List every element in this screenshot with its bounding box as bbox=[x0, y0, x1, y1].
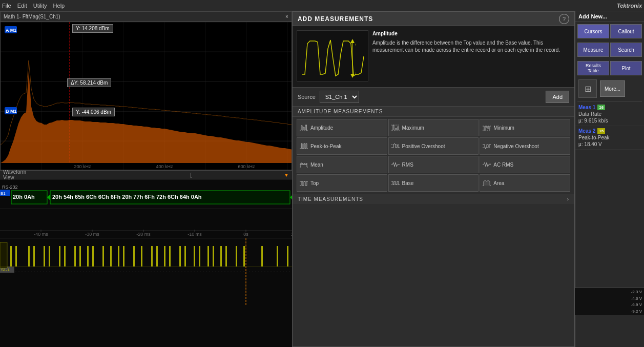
source-select[interactable]: S1_Ch 1 Ch 1 Ch 2 Math 1 bbox=[320, 91, 359, 103]
add-measurements-panel: ADD MEASUREMENTS ? ↑ ↓ Amplitude Ampl bbox=[292, 11, 575, 347]
minimum-button[interactable]: Minimum bbox=[480, 119, 570, 136]
svg-text:20h 54h 65h 6Ch 6Ch 6Fh 20h 77: 20h 54h 65h 6Ch 6Ch 6Fh 20h 77h 6Fh 72h … bbox=[52, 194, 202, 200]
voltage-scale: -2.3 V -4.6 V -6.9 V -9.2 V bbox=[575, 288, 644, 315]
svg-rect-49 bbox=[10, 246, 12, 267]
results-plot-row: ResultsTable Plot bbox=[575, 59, 644, 77]
peak-to-peak-button[interactable]: Peak-to-Peak bbox=[297, 137, 387, 155]
rms-button[interactable]: RMS bbox=[388, 156, 479, 173]
cursor-delta-label: ΔY: 58.214 dBm bbox=[67, 78, 111, 87]
add-measurements-help-button[interactable]: ? bbox=[559, 14, 569, 24]
svg-rect-76 bbox=[213, 246, 214, 267]
negative-overshoot-icon bbox=[482, 142, 491, 150]
measurement-2-label: Meas 2 15 bbox=[578, 128, 641, 134]
svg-text:↑: ↑ bbox=[355, 43, 357, 47]
time-measurements-bar[interactable]: TIME MEASUREMENTS › bbox=[293, 194, 574, 204]
minimum-icon bbox=[482, 124, 491, 132]
fft-canvas: 200 kHz 400 kHz 600 kHz 800 kHz A M1 bbox=[1, 22, 292, 170]
amplitude-desc-text: Amplitude is the difference between the … bbox=[372, 40, 560, 53]
ac-rms-button[interactable]: ~ AC RMS bbox=[480, 156, 570, 173]
more-button[interactable]: More... bbox=[600, 80, 625, 97]
svg-text:S1-1: S1-1 bbox=[1, 268, 10, 272]
amp-waveform-svg: ↑ ↓ bbox=[297, 31, 369, 82]
svg-rect-50 bbox=[15, 246, 17, 267]
bus-panel: RS-232 B1 20h 0Ah 20h 54h 65h 6Ch 6Ch 6F… bbox=[0, 179, 292, 238]
measurements-grid: Amplitude Maximum Minimum bbox=[293, 117, 574, 194]
amplitude-button[interactable]: Amplitude bbox=[297, 119, 387, 136]
top-button[interactable]: Top bbox=[297, 174, 387, 192]
mean-button[interactable]: Mean bbox=[297, 156, 387, 173]
area-icon bbox=[482, 179, 491, 187]
add-measurements-header: ADD MEASUREMENTS ? bbox=[293, 12, 574, 26]
measurement-1-item: Meas 1 16 Data Rate μ: 9.615 kb/s bbox=[575, 103, 644, 126]
measure-button[interactable]: Measure bbox=[577, 43, 609, 57]
amplitude-icon bbox=[299, 124, 308, 132]
svg-marker-105 bbox=[350, 39, 355, 43]
svg-text:B1: B1 bbox=[1, 191, 6, 196]
svg-rect-82 bbox=[277, 246, 278, 267]
cursor-y2-label: Y: -44.006 dBm bbox=[72, 108, 115, 116]
svg-rect-56 bbox=[64, 246, 66, 267]
svg-rect-58 bbox=[79, 246, 81, 267]
svg-text:B  M1: B M1 bbox=[6, 109, 17, 114]
menu-help[interactable]: Help bbox=[53, 3, 65, 9]
menu-edit[interactable]: Edit bbox=[17, 3, 27, 9]
negative-overshoot-button[interactable]: Negative Overshoot bbox=[480, 137, 570, 155]
time-measurements-chevron: › bbox=[567, 196, 569, 202]
menu-utility[interactable]: Utility bbox=[33, 3, 47, 9]
search-button[interactable]: Search bbox=[610, 43, 642, 57]
svg-text:20h 0Ah: 20h 0Ah bbox=[13, 194, 35, 200]
add-measurement-button[interactable]: Add bbox=[546, 91, 569, 103]
time-measurements-title: TIME MEASUREMENTS bbox=[298, 196, 363, 202]
base-button[interactable]: Base bbox=[388, 174, 479, 192]
amplitude-title: Amplitude bbox=[372, 30, 570, 37]
measurement-1-value: μ: 9.615 kb/s bbox=[578, 118, 641, 124]
waveform-view-label: Waveform View [ ▼ bbox=[0, 170, 292, 179]
measurement-1-label: Meas 1 16 bbox=[578, 105, 641, 110]
plot-button[interactable]: Plot bbox=[610, 61, 642, 75]
add-measurements-title: ADD MEASUREMENTS bbox=[298, 15, 373, 23]
svg-rect-69 bbox=[164, 246, 165, 267]
svg-rect-61 bbox=[102, 246, 104, 267]
svg-rect-59 bbox=[87, 246, 89, 267]
svg-marker-23 bbox=[47, 194, 50, 200]
svg-rect-70 bbox=[169, 246, 171, 267]
fft-title-bar: Math 1- FftMag(S1_Ch1) × bbox=[1, 12, 292, 22]
svg-rect-72 bbox=[184, 246, 186, 267]
icon-button-1[interactable]: ⊞ bbox=[578, 79, 597, 98]
callout-button[interactable]: Callout bbox=[610, 24, 642, 38]
bus-svg: RS-232 B1 20h 0Ah 20h 54h 65h 6Ch 6Ch 6F… bbox=[0, 179, 292, 238]
svg-text:400 kHz: 400 kHz bbox=[156, 164, 173, 169]
oscilloscope-display: Math 1- FftMag(S1_Ch1) × bbox=[0, 11, 292, 347]
positive-overshoot-button[interactable]: Positive Overshoot bbox=[388, 137, 479, 155]
cursor-y1-label: Y: 14.208 dBm bbox=[72, 24, 113, 33]
peak-to-peak-icon bbox=[299, 142, 308, 150]
svg-text:-20 ms: -20 ms bbox=[136, 232, 151, 237]
results-table-button[interactable]: ResultsTable bbox=[577, 61, 609, 75]
svg-rect-79 bbox=[236, 246, 237, 267]
tektronix-logo: Tektronix bbox=[617, 3, 642, 9]
svg-rect-75 bbox=[207, 246, 209, 267]
menu-file[interactable]: File bbox=[2, 3, 11, 9]
divider-1 bbox=[577, 101, 642, 101]
cursors-button[interactable]: Cursors bbox=[577, 24, 609, 38]
maximum-icon bbox=[391, 124, 400, 132]
amplitude-measurements-title: AMPLITUDE MEASUREMENTS bbox=[293, 107, 574, 117]
area-button[interactable]: Area bbox=[480, 174, 570, 192]
maximum-button[interactable]: Maximum bbox=[388, 119, 479, 136]
ac-rms-icon: ~ bbox=[482, 160, 491, 169]
svg-rect-51 bbox=[28, 246, 30, 267]
svg-rect-81 bbox=[261, 246, 263, 267]
fft-svg: 200 kHz 400 kHz 600 kHz 800 kHz A M1 bbox=[1, 22, 292, 170]
measure-search-row: Measure Search bbox=[575, 40, 644, 59]
svg-text:200 kHz: 200 kHz bbox=[74, 164, 91, 169]
tektronix-right-panel: Add New... Cursors Callout Measure Searc… bbox=[575, 11, 644, 347]
menu-bar: File Edit Utility Help Tektronix bbox=[0, 0, 644, 11]
fft-close-button[interactable]: × bbox=[285, 14, 288, 19]
svg-rect-54 bbox=[49, 246, 50, 267]
svg-rect-62 bbox=[110, 246, 112, 267]
svg-text:-40 ms: -40 ms bbox=[34, 232, 48, 237]
svg-text:~: ~ bbox=[489, 161, 491, 165]
amplitude-description: Amplitude Amplitude is the difference be… bbox=[372, 30, 570, 83]
svg-text:-30 ms: -30 ms bbox=[85, 232, 99, 237]
waveform-view-text: Waveform View bbox=[3, 169, 26, 180]
